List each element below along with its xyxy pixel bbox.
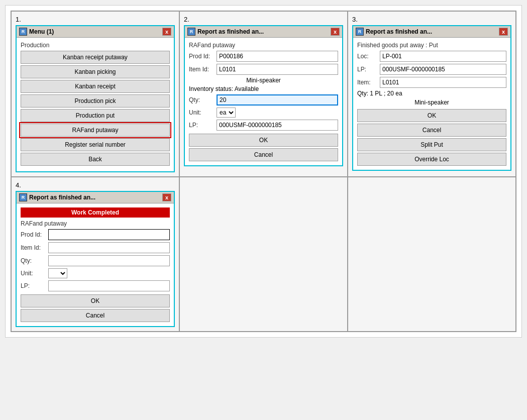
window-body-3: Finished goods put away : Put Loc: LP: I… [353,38,510,170]
ok-btn-3[interactable]: OK [357,109,506,122]
item-id-label: Item Id: [189,66,217,73]
window-body-4: Work Completed RAFand putaway Prod Id: I… [17,203,174,326]
item-label-3: Item: [357,79,380,86]
item-row-3: Item: [357,77,506,88]
cell-2: 2. R Report as finished an... x RAFand p… [179,11,348,177]
window-title-4: Report as finished an... [29,194,95,201]
rafand-putaway-btn[interactable]: RAFand putaway [21,124,170,137]
window-4: R Report as finished an... x Work Comple… [16,191,175,327]
lp-row-3: LP: [357,64,506,75]
prod-id-input[interactable] [217,51,338,62]
cell-1: 1. R Menu (1) x Production Kanban receip… [11,11,179,177]
unit-label-2: Unit: [189,109,217,116]
titlebar-2: R Report as finished an... x [185,26,342,38]
lp-input-3[interactable] [380,64,506,75]
window-close-1[interactable]: x [162,28,171,36]
unit-select-2[interactable]: ea pl [217,108,236,118]
window-icon-4: R [19,193,27,201]
unit-select-4[interactable]: ea pl [48,268,67,278]
cancel-btn-4[interactable]: Cancel [21,309,170,322]
item-name-3: Mini-speaker [357,99,506,106]
titlebar-4: R Report as finished an... x [17,192,174,203]
lp-label-4: LP: [21,282,48,289]
lp-label-2: LP: [189,122,217,129]
titlebar-1: R Menu (1) x [17,26,174,38]
titlebar-3: R Report as finished an... x [353,26,510,38]
lp-input-4[interactable] [48,280,170,291]
item-id-label-4: Item Id: [21,244,48,251]
qty-info-row-3: Qty: 1 PL ; 20 ea [357,90,506,97]
empty-cell-5 [179,177,348,332]
window-close-4[interactable]: x [162,193,171,201]
production-put-btn[interactable]: Production put [21,109,170,122]
override-btn-3[interactable]: Override Loc [357,153,506,166]
prod-id-input-4[interactable] [48,229,170,240]
kanban-receipt-putaway-btn[interactable]: Kanban receipt putaway [21,51,170,64]
qty-info-3: Qty: 1 PL ; 20 ea [357,90,402,97]
inventory-status-2: Inventory status: Available [189,85,338,92]
section-label-1: Production [21,42,170,49]
item-input-3[interactable] [380,77,506,88]
window-title-3: Report as finished an... [366,28,432,35]
kanban-receipt-btn[interactable]: Kanban receipt [21,80,170,93]
cell-1-number: 1. [16,16,175,23]
qty-input-2[interactable] [217,94,338,106]
title-left-3: R Report as finished an... [356,28,432,36]
qty-label-4: Qty: [21,257,48,264]
window-1: R Menu (1) x Production Kanban receipt p… [16,25,175,172]
cancel-btn-2[interactable]: Cancel [189,148,338,161]
window-body-2: RAFand putaway Prod Id: Item Id: Mini-sp… [185,38,342,165]
window-3: R Report as finished an... x Finished go… [352,25,511,171]
empty-cell-6 [348,177,516,332]
window-icon-3: R [356,28,364,36]
window-close-3[interactable]: x [499,28,508,36]
title-left-1: R Menu (1) [19,28,54,36]
item-id-row: Item Id: [189,64,338,75]
loc-input-3[interactable] [380,51,506,62]
qty-row-2: Qty: [189,94,338,106]
window-close-2[interactable]: x [331,28,340,36]
register-serial-number-btn[interactable]: Register serial number [21,138,170,151]
unit-row-2: Unit: ea pl [189,108,338,118]
title-left-2: R Report as finished an... [187,28,264,36]
prod-id-label-4: Prod Id: [21,231,48,238]
back-btn[interactable]: Back [21,153,170,166]
lp-row-2: LP: [189,120,338,131]
prod-id-row-4: Prod Id: [21,229,170,240]
ok-btn-2[interactable]: OK [189,134,338,147]
production-pick-btn[interactable]: Production pick [21,94,170,108]
lp-input-2[interactable] [217,120,338,131]
item-id-input[interactable] [217,64,338,75]
loc-row-3: Loc: [357,51,506,62]
cancel-btn-3[interactable]: Cancel [357,124,506,137]
split-btn-3[interactable]: Split Put [357,138,506,151]
lp-label-3: LP: [357,66,380,73]
window-title-2: Report as finished an... [197,28,264,35]
qty-label-2: Qty: [189,96,217,103]
loc-label-3: Loc: [357,53,380,60]
window-icon-2: R [187,28,195,36]
qty-input-4[interactable] [48,255,170,266]
kanban-picking-btn[interactable]: Kanban picking [21,65,170,78]
window-body-1: Production Kanban receipt putaway Kanban… [17,38,174,171]
cell-3-number: 3. [352,16,511,23]
cell-4-number: 4. [16,181,175,189]
ok-btn-4[interactable]: OK [21,294,170,307]
unit-label-4: Unit: [21,270,48,277]
screenshot-grid: 1. R Menu (1) x Production Kanban receip… [11,11,516,332]
qty-row-4: Qty: [21,255,170,266]
window-title-1: Menu (1) [29,28,54,35]
prod-id-label: Prod Id: [189,53,217,60]
lp-row-4: LP: [21,280,170,291]
work-completed-banner: Work Completed [21,207,170,218]
unit-row-4: Unit: ea pl [21,268,170,278]
window-icon-1: R [19,28,27,36]
item-name-2: Mini-speaker [189,77,338,84]
window-2: R Report as finished an... x RAFand puta… [184,25,343,166]
title-left-4: R Report as finished an... [19,193,95,201]
section-label-4: RAFand putaway [21,220,170,227]
item-id-row-4: Item Id: [21,242,170,253]
main-container: 1. R Menu (1) x Production Kanban receip… [5,5,522,338]
section-label-2: RAFand putaway [189,42,338,49]
item-id-input-4[interactable] [48,242,170,253]
